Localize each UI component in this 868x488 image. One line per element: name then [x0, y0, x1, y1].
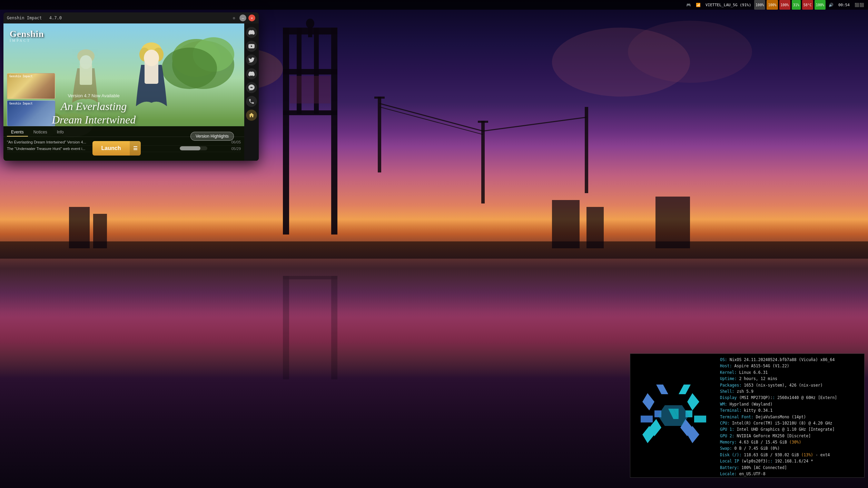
side-icon-youtube[interactable]	[246, 41, 257, 52]
side-icon-home[interactable]	[246, 110, 257, 121]
topbar-appicon: 🎮	[684, 0, 693, 10]
svg-marker-57	[694, 416, 706, 422]
side-icon-discord2[interactable]	[246, 68, 257, 79]
version-title: An Everlasting Dream Intertwined	[52, 100, 136, 126]
topbar-temp: 58°C	[802, 0, 813, 10]
progress-fill	[180, 146, 200, 150]
launcher-content: Genshin Impact Genshin Impact Genshin Im…	[3, 23, 259, 161]
launcher-close-btn[interactable]: ✕	[248, 14, 255, 21]
info-packages: Packages: 1653 (nix-system), 426 (nix-us…	[720, 382, 861, 388]
topbar-sound-icon: 🔊	[827, 0, 835, 10]
topbar-wifi-icon: 📶	[694, 0, 702, 10]
info-display: Display (MSI MP273QP):: 2560x1440 @ 60Hz…	[720, 395, 861, 401]
info-terminal: Terminal: kitty 0.34.1	[720, 407, 861, 414]
svg-rect-1	[331, 28, 337, 235]
info-cpu: CPU: Intel(R) Core(TM) i5-10210U (8) @ 4…	[720, 420, 861, 426]
svg-rect-13	[378, 97, 381, 172]
event-date-1: 06/05	[231, 140, 241, 144]
launch-btn-label: Launch	[92, 145, 130, 151]
svg-rect-9	[308, 27, 312, 37]
svg-rect-4	[283, 110, 337, 115]
info-battery: Battery: 100% [AC Connected]	[720, 465, 861, 471]
info-kernel: Kernel: Linux 6.6.31	[720, 369, 861, 376]
svg-rect-17	[585, 107, 588, 193]
info-gpu1: GPU 1: Intel UHD Graphics @ 1.10 GHz [In…	[720, 426, 861, 432]
progress-bar	[180, 146, 207, 150]
event-date-2: 05/29	[231, 147, 241, 151]
launch-btn-area: Launch ☰	[7, 141, 226, 156]
svg-rect-24	[283, 276, 289, 379]
svg-line-11	[483, 117, 586, 131]
info-host: Host: Aspire A515-54G (V1.22)	[720, 363, 861, 369]
launcher-minimize-btn[interactable]: —	[239, 14, 246, 21]
info-swap: Swap: 0 B / 7.45 GiB (0%)	[720, 445, 861, 451]
logo-main-text: Genshin	[10, 30, 44, 39]
launch-button[interactable]: Launch ☰	[92, 141, 141, 156]
info-disk: Disk (/): 118.63 GiB / 930.02 GiB (13%) …	[720, 452, 861, 458]
topbar-battery: 100%	[815, 0, 826, 10]
svg-rect-25	[331, 276, 337, 379]
svg-rect-14	[374, 97, 385, 99]
side-icon-messenger[interactable]	[246, 82, 257, 93]
svg-rect-3	[283, 69, 337, 74]
info-uptime: Uptime: 2 hours, 12 mins	[720, 376, 861, 382]
svg-rect-7	[290, 76, 331, 103]
topbar-extra-icons: ⬛⬛	[853, 0, 866, 10]
terminal-logo	[630, 354, 717, 477]
svg-marker-50	[656, 385, 668, 394]
svg-rect-20	[93, 214, 107, 248]
info-localip: Local IP (wlp0s20f3):: 192.168.1.6/24 *	[720, 458, 861, 464]
svg-rect-21	[552, 200, 580, 248]
svg-rect-26	[283, 276, 337, 279]
topbar-time: 00:54	[837, 0, 851, 10]
svg-marker-51	[642, 393, 654, 410]
tab-notices[interactable]: Notices	[29, 128, 51, 137]
topbar-cpu2: 100%	[767, 0, 778, 10]
topbar-mem: 31%	[792, 0, 801, 10]
side-icon-discord[interactable]	[246, 27, 257, 38]
side-icon-phone[interactable]	[246, 96, 257, 107]
launcher-titlebar: Genshin Impact 4.7.0 ⚙ — ✕	[3, 12, 259, 23]
info-locale: Locale: en_US.UTF-8	[720, 471, 861, 477]
version-label: Version 4.7 Now Available	[52, 93, 136, 98]
info-os: OS: NixOS 24.11.20240524.bfb7a88 (Vicuña…	[720, 357, 861, 363]
topbar: 🎮 📶 VIETTEL_LAU_5G (91%) 100% 100% 100% …	[0, 0, 868, 10]
svg-point-46	[144, 50, 159, 66]
info-memory: Memory: 4.63 GiB / 15.45 GiB (30%)	[720, 439, 861, 445]
thumbnail-1[interactable]: Genshin Impact	[7, 73, 55, 99]
nixos-logo-svg	[635, 378, 711, 454]
desktop: 🎮 📶 VIETTEL_LAU_5G (91%) 100% 100% 100% …	[0, 0, 868, 488]
svg-rect-15	[481, 121, 485, 203]
svg-point-35	[162, 48, 217, 89]
version-highlights-button[interactable]: Version Highlights	[190, 132, 234, 141]
tab-events[interactable]: Events	[7, 128, 28, 137]
info-wm: WM: Hyprland (Wayland)	[720, 401, 861, 407]
launch-btn-menu[interactable]: ☰	[130, 141, 141, 156]
info-shell: Shell: zsh 5.9	[720, 388, 861, 395]
info-gpu2: GPU 2: NVIDIA GeForce MX250 [Discrete]	[720, 433, 861, 439]
svg-marker-53	[687, 393, 699, 410]
svg-rect-0	[283, 28, 289, 235]
side-icon-twitter[interactable]	[246, 54, 257, 66]
thumbnail-2[interactable]: Genshin Impact	[7, 100, 55, 126]
svg-rect-19	[69, 207, 90, 248]
svg-rect-18	[0, 241, 868, 259]
svg-marker-52	[679, 385, 691, 394]
genshin-logo: Genshin Impact	[10, 30, 44, 42]
terminal-window: OS: NixOS 24.11.20240524.bfb7a88 (Vicuña…	[630, 353, 865, 478]
tab-info[interactable]: Info	[53, 128, 68, 137]
side-icons-bar	[244, 23, 259, 161]
logo-sub-text: Impact	[10, 39, 44, 42]
version-banner: Version 4.7 Now Available An Everlasting…	[52, 93, 136, 126]
svg-point-30	[628, 21, 752, 83]
svg-line-12	[379, 107, 483, 135]
hero-area: Genshin Impact Genshin Impact Genshin Im…	[3, 23, 244, 161]
svg-line-10	[379, 103, 483, 131]
svg-point-8	[306, 19, 314, 28]
launcher-settings-btn[interactable]: ⚙	[230, 14, 237, 21]
topbar-cpu3: 100%	[779, 0, 790, 10]
launcher-title: Genshin Impact 4.7.0	[7, 16, 228, 20]
svg-marker-54	[641, 416, 653, 422]
info-terminal-font: Terminal Font: DejaVuSansMono (14pt)	[720, 414, 861, 420]
topbar-cpu1: 100%	[754, 0, 765, 10]
